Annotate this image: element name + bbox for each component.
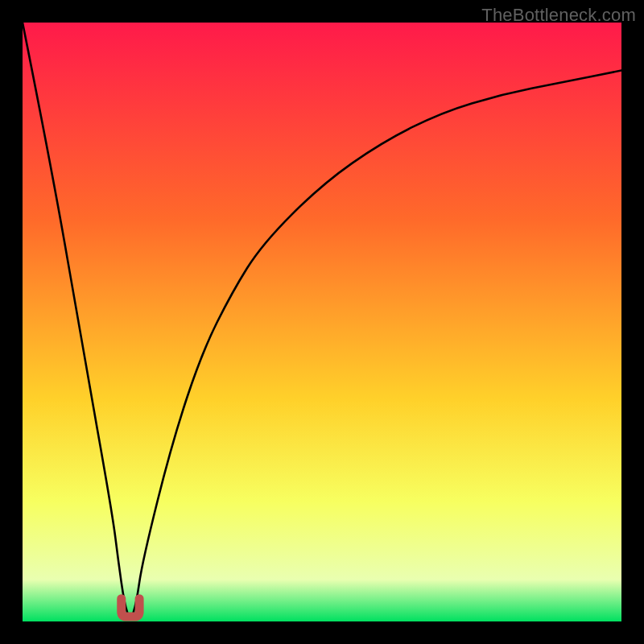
watermark-text: TheBottleneck.com (481, 5, 636, 26)
plot-area (23, 23, 621, 621)
chart-frame: TheBottleneck.com (0, 0, 644, 644)
chart-svg (23, 23, 621, 621)
gradient-background (23, 23, 621, 621)
